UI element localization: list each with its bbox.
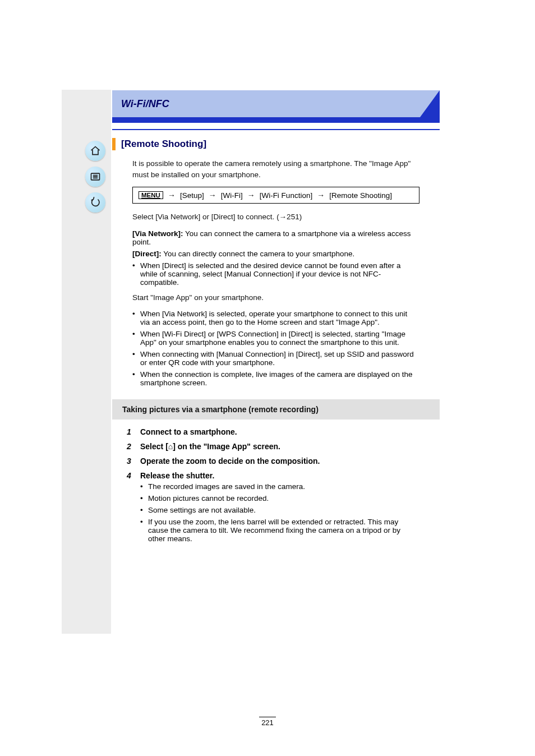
step-number: 1 [127, 427, 135, 436]
body-area: [Remote Shooting] It is possible to oper… [112, 129, 440, 552]
section-title: [Remote Shooting] [121, 139, 206, 150]
option-row: [Via Network]: You can connect the camer… [132, 229, 425, 246]
bullet-text: When the connection is complete, live im… [140, 370, 415, 387]
option-label: [Via Network]: [132, 229, 183, 238]
intro-text: It is possible to operate the camera rem… [112, 158, 440, 180]
step-row: 1 Connect to a smartphone. [127, 427, 425, 436]
home-button[interactable] [85, 141, 105, 161]
step-body: Release the shutter. [140, 471, 425, 480]
arrow-icon: → [317, 191, 325, 200]
connect-text: Select [Via Network] or [Direct] to conn… [132, 213, 274, 221]
bullet-item: •Motion pictures cannot be recorded. [140, 494, 425, 503]
bullet-item: •Some settings are not available. [140, 506, 425, 514]
bullet-item: • When [Direct] is selected and the desi… [132, 261, 425, 287]
bullet-text: When [Via Network] is selected, operate … [140, 310, 415, 326]
bullet-item: •When connecting with [Manual Connection… [132, 350, 425, 367]
contents-button[interactable] [85, 167, 105, 187]
connect-instruction: Select [Via Network] or [Direct] to conn… [112, 211, 440, 223]
menu-path-seg: [Wi-Fi Function] [260, 191, 313, 200]
option-row: [Direct]: You can directly connect the c… [132, 250, 425, 258]
bullet-dot-icon: • [132, 370, 136, 387]
steps-block: 1 Connect to a smartphone. 2 Select [⌂] … [112, 427, 440, 546]
back-button[interactable] [85, 192, 105, 213]
bullet-text: When [Wi-Fi Direct] or [WPS Connection] … [140, 330, 415, 347]
divider-line [112, 129, 440, 130]
step-body: Operate the zoom to decide on the compos… [140, 457, 320, 465]
step-row: 4 Release the shutter. •The recorded ima… [127, 471, 425, 546]
bullet-item: •The recorded images are saved in the ca… [140, 482, 425, 491]
menu-tag: MENU [139, 191, 163, 199]
bullet-dot-icon: • [132, 330, 136, 347]
orange-marker-icon [112, 138, 116, 150]
bullet-item: •If you use the zoom, the lens barrel wi… [140, 518, 425, 543]
menu-path-seg: [Setup] [180, 191, 204, 200]
step-number: 2 [127, 442, 135, 451]
bullet-dot-icon: • [140, 506, 144, 514]
list-icon [90, 171, 101, 182]
step-row: 3 Operate the zoom to decide on the comp… [127, 457, 425, 465]
bullet-text: When connecting with [Manual Connection]… [140, 350, 415, 367]
home-icon [90, 145, 101, 156]
bullet-dot-icon: • [132, 350, 136, 367]
back-arrow-icon [90, 197, 101, 208]
step-number: 3 [127, 457, 135, 465]
bullet-dot-icon: • [132, 261, 136, 287]
bullet-dot-icon: • [140, 494, 144, 503]
option-label: [Direct]: [132, 250, 162, 258]
step-body: Connect to a smartphone. [140, 427, 237, 436]
bullet-text: When [Direct] is selected and the desire… [140, 261, 415, 287]
callout-box: Taking pictures via a smartphone (remote… [112, 399, 440, 420]
option-text: You can directly connect the camera to y… [163, 250, 354, 258]
options-block: [Via Network]: You can connect the camer… [112, 229, 440, 287]
section-header: [Remote Shooting] [112, 138, 440, 150]
bullet-item: •When [Via Network] is selected, operate… [132, 310, 425, 326]
page-number: 221 [259, 717, 276, 727]
bullet-text: Some settings are not available. [148, 506, 256, 514]
bullet-dot-icon: • [140, 482, 144, 491]
arrow-icon: → [247, 191, 255, 200]
chapter-banner: Wi-Fi/NFC [112, 90, 440, 123]
step-row: 2 Select [⌂] on the "Image App" screen. [127, 442, 425, 451]
menu-path-seg: [Remote Shooting] [329, 191, 392, 200]
connect-ref: (→251) [276, 213, 302, 221]
nav-icon-group [84, 141, 107, 213]
bullet-item: •When the connection is complete, live i… [132, 370, 425, 387]
arrow-icon: → [168, 191, 176, 200]
bullet-text: If you use the zoom, the lens barrel wil… [148, 518, 415, 543]
launch-bullets: •When [Via Network] is selected, operate… [112, 310, 440, 387]
bullet-text: The recorded images are saved in the cam… [148, 482, 305, 491]
arrow-icon: → [209, 191, 216, 200]
bullet-text: Motion pictures cannot be recorded. [148, 494, 269, 503]
step-sub-bullets: •The recorded images are saved in the ca… [140, 482, 425, 543]
menu-path-seg: [Wi-Fi] [221, 191, 243, 200]
step-body: Select [⌂] on the "Image App" screen. [140, 442, 280, 451]
step-number: 4 [127, 471, 135, 546]
chapter-title: Wi-Fi/NFC [121, 98, 169, 110]
bullet-dot-icon: • [132, 310, 136, 326]
menu-path-box: MENU → [Setup] → [Wi-Fi] → [Wi-Fi Functi… [132, 187, 419, 204]
bullet-dot-icon: • [140, 518, 144, 543]
bullet-item: •When [Wi-Fi Direct] or [WPS Connection]… [132, 330, 425, 347]
launch-instruction: Start "Image App" on your smartphone. [112, 292, 440, 303]
